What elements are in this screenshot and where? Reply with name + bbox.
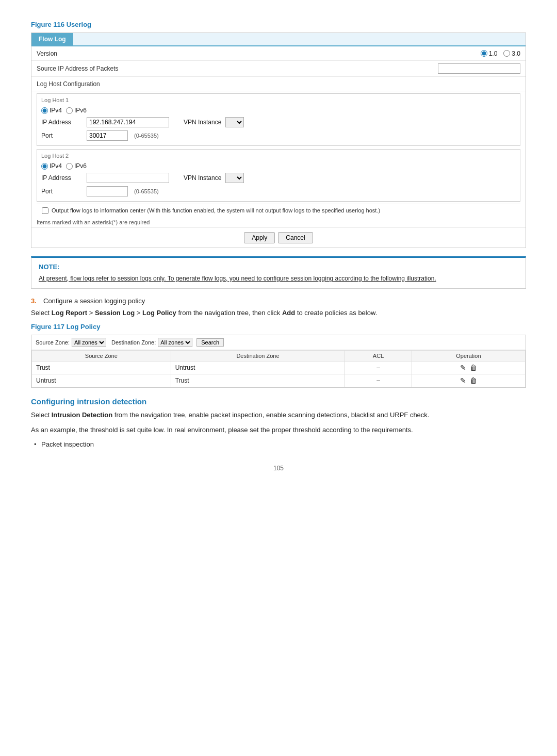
lh1-port-row: Port (0-65535) xyxy=(41,129,516,142)
lh2-vpn-label: VPN Instance xyxy=(184,174,221,182)
log-host-2-title: Log Host 2 xyxy=(41,153,516,159)
cell-source-zone: Trust xyxy=(32,361,171,374)
configuring-body2: As an example, the threshold is set quit… xyxy=(31,425,526,436)
cell-operation: ✎ 🗑 xyxy=(412,374,525,387)
log-host-2-ip-version: IPv4 IPv6 xyxy=(41,161,516,171)
table-row: TrustUntrust– ✎ 🗑 xyxy=(32,361,526,374)
action-buttons: Apply Cancel xyxy=(31,227,526,248)
output-logs-checkbox-row: Output flow logs to information center (… xyxy=(37,204,520,217)
required-note: Items marked with an asterisk(*) are req… xyxy=(31,217,526,227)
page-number: 105 xyxy=(31,465,526,472)
dest-zone-filter-label: Destination Zone: xyxy=(111,339,156,346)
cell-acl: – xyxy=(345,361,412,374)
lh1-ip-input[interactable] xyxy=(87,117,169,127)
figure-117-title: Figure 117 Log Policy xyxy=(31,323,526,331)
lh1-port-label: Port xyxy=(41,132,83,139)
col-source-zone: Source Zone xyxy=(32,350,171,361)
lh2-ip-label: IP Address xyxy=(41,174,83,182)
filter-row: Source Zone: All zones Destination Zone:… xyxy=(31,335,526,350)
delete-icon[interactable]: 🗑 xyxy=(470,376,477,385)
log-host-1-ip-version: IPv4 IPv6 xyxy=(41,105,516,116)
lh1-ip-row: IP Address VPN Instance xyxy=(41,116,516,129)
lh2-ip-input[interactable] xyxy=(87,173,169,183)
lh2-vpn-select[interactable] xyxy=(225,173,244,183)
version-value: 1.0 3.0 xyxy=(140,50,520,57)
source-ip-input[interactable] xyxy=(438,63,520,74)
output-logs-text: Output flow logs to information center (… xyxy=(52,207,380,213)
version-row: Version 1.0 3.0 xyxy=(31,46,526,61)
cell-operation: ✎ 🗑 xyxy=(412,361,525,374)
step-3-body: Select Log Report > Session Log > Log Po… xyxy=(31,308,526,319)
log-policy-panel: Source Zone: All zones Destination Zone:… xyxy=(31,335,526,388)
figure-116-title: Figure 116 Userlog xyxy=(31,21,526,28)
configuring-section-title: Configuring intrusion detection xyxy=(31,397,526,406)
log-host-1-title: Log Host 1 xyxy=(41,97,516,103)
source-zone-filter-label: Source Zone: xyxy=(36,339,70,346)
log-host-config-row: Log Host Configuration xyxy=(31,77,526,91)
lh2-ipv6-radio[interactable]: IPv6 xyxy=(66,162,87,170)
lh1-ipv6-radio[interactable]: IPv6 xyxy=(66,107,87,114)
dest-zone-filter-select[interactable]: All zones xyxy=(158,338,192,347)
table-row: UntrustTrust– ✎ 🗑 xyxy=(32,374,526,387)
lh1-port-input[interactable] xyxy=(87,130,128,141)
tab-bar: Flow Log xyxy=(31,33,526,46)
lh1-ip-label: IP Address xyxy=(41,119,83,126)
lh2-port-label: Port xyxy=(41,188,83,195)
lh1-ipv4-radio[interactable]: IPv4 xyxy=(41,107,62,114)
lh2-port-row: Port (0-65535) xyxy=(41,185,516,198)
userlog-config-panel: Flow Log Version 1.0 3.0 Source IP Addre… xyxy=(31,32,526,248)
log-host-2-group: Log Host 2 IPv4 IPv6 IP Address VPN Inst… xyxy=(37,149,520,202)
col-acl: ACL xyxy=(345,350,412,361)
source-ip-input-wrapper xyxy=(140,63,520,74)
col-dest-zone: Destination Zone xyxy=(171,350,345,361)
cell-dest-zone: Trust xyxy=(171,374,345,387)
lh2-port-hint: (0-65535) xyxy=(134,188,159,194)
lh1-vpn-select[interactable] xyxy=(225,117,244,127)
cell-source-zone: Untrust xyxy=(32,374,171,387)
note-title: NOTE: xyxy=(39,263,518,271)
log-policy-table: Source Zone Destination Zone ACL Operati… xyxy=(31,350,526,387)
cell-acl: – xyxy=(345,374,412,387)
configuring-bullets: Packet inspection xyxy=(41,439,526,449)
log-host-1-group: Log Host 1 IPv4 IPv6 IP Address VPN Inst… xyxy=(37,93,520,146)
note-text: At present, flow logs refer to session l… xyxy=(39,274,518,283)
apply-button[interactable]: Apply xyxy=(244,232,275,243)
version-label: Version xyxy=(37,50,140,57)
lh1-vpn-label: VPN Instance xyxy=(184,119,221,126)
source-ip-row: Source IP Address of Packets xyxy=(31,61,526,77)
edit-icon[interactable]: ✎ xyxy=(460,364,466,372)
col-operation: Operation xyxy=(412,350,525,361)
lh2-ipv4-radio[interactable]: IPv4 xyxy=(41,162,62,170)
cell-dest-zone: Untrust xyxy=(171,361,345,374)
version-1-0-radio[interactable]: 1.0 xyxy=(481,50,498,57)
cancel-button[interactable]: Cancel xyxy=(278,232,313,243)
source-ip-label: Source IP Address of Packets xyxy=(37,65,140,72)
bullet-packet-inspection: Packet inspection xyxy=(41,439,526,449)
delete-icon[interactable]: 🗑 xyxy=(470,364,477,372)
version-3-0-radio[interactable]: 3.0 xyxy=(503,50,520,57)
flow-log-tab[interactable]: Flow Log xyxy=(31,33,73,45)
lh1-port-hint: (0-65535) xyxy=(134,133,159,139)
search-button[interactable]: Search xyxy=(196,338,224,347)
lh2-port-input[interactable] xyxy=(87,186,128,196)
source-zone-filter-select[interactable]: All zones xyxy=(72,338,106,347)
step-3-header: 3. Configure a session logging policy xyxy=(31,297,526,305)
step-3-number: 3. xyxy=(31,297,39,305)
edit-icon[interactable]: ✎ xyxy=(460,376,466,385)
note-box: NOTE: At present, flow logs refer to ses… xyxy=(31,256,526,289)
configuring-body1: Select Intrusion Detection from the navi… xyxy=(31,410,526,421)
output-logs-checkbox[interactable] xyxy=(42,207,48,214)
log-host-config-label: Log Host Configuration xyxy=(37,80,140,88)
lh2-ip-row: IP Address VPN Instance xyxy=(41,171,516,185)
step-3-label: Configure a session logging policy xyxy=(43,297,145,305)
